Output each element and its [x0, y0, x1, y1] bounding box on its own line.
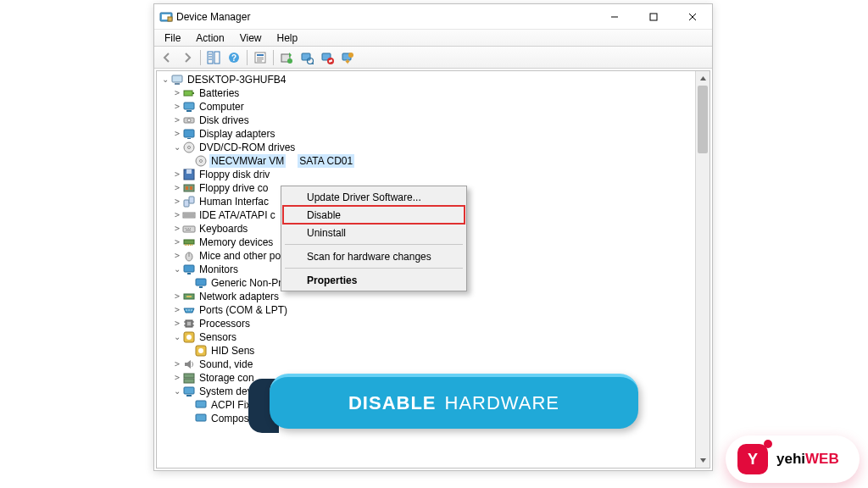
menu-help[interactable]: Help — [270, 31, 305, 45]
svg-point-84 — [186, 335, 192, 340]
svg-rect-47 — [186, 186, 188, 190]
svg-rect-88 — [184, 379, 194, 383]
minimize-button[interactable] — [595, 4, 634, 29]
update-driver-button[interactable] — [277, 48, 296, 67]
cpu-icon — [182, 317, 196, 330]
scroll-thumb[interactable] — [698, 86, 708, 153]
sensor-icon — [194, 344, 208, 358]
expand-icon[interactable] — [172, 127, 182, 141]
expand-icon[interactable] — [172, 86, 182, 100]
tree-label: Storage con — [198, 371, 256, 385]
expand-icon[interactable] — [172, 208, 182, 222]
close-button[interactable] — [673, 4, 712, 29]
tree-label: NECVMWar VM — [209, 154, 286, 168]
context-menu: Update Driver Software... Disable Uninst… — [281, 186, 467, 291]
ctx-uninstall[interactable]: Uninstall — [283, 224, 465, 241]
tree-item-network[interactable]: Network adapters — [160, 290, 693, 303]
svg-point-76 — [191, 309, 192, 310]
brand-text: yehiWEB — [776, 451, 839, 468]
svg-rect-69 — [187, 273, 191, 274]
banner-text: HARDWARE — [445, 392, 560, 414]
expand-icon[interactable] — [172, 330, 182, 344]
svg-point-41 — [188, 147, 191, 149]
svg-line-6 — [689, 14, 696, 20]
ctx-disable[interactable]: Disable — [283, 206, 465, 224]
svg-point-75 — [188, 309, 189, 310]
ctx-scan-hardware[interactable]: Scan for hardware changes — [283, 247, 465, 265]
ctx-separator — [285, 244, 463, 245]
svg-rect-54 — [183, 226, 195, 232]
expand-icon[interactable] — [172, 222, 182, 236]
svg-rect-78 — [187, 322, 191, 325]
toolbar-separator — [247, 50, 248, 65]
ctx-update-driver[interactable]: Update Driver Software... — [283, 188, 465, 206]
expand-icon[interactable] — [172, 317, 182, 330]
tree-item-processors[interactable]: Processors — [160, 317, 693, 330]
tree-item-floppy-drives[interactable]: Floppy disk driv — [160, 168, 693, 181]
svg-rect-87 — [184, 374, 194, 378]
expand-icon[interactable] — [172, 263, 182, 276]
tree-item-sensors[interactable]: Sensors — [160, 330, 693, 344]
expand-icon[interactable] — [172, 236, 182, 249]
tree-label: Network adapters — [198, 290, 281, 303]
expand-icon[interactable] — [172, 358, 182, 371]
expand-icon[interactable] — [172, 249, 182, 263]
expand-icon[interactable] — [172, 195, 182, 208]
expand-icon[interactable] — [172, 371, 182, 385]
ctx-properties[interactable]: Properties — [283, 271, 465, 289]
tree-root[interactable]: DESKTOP-3GHUFB4 — [160, 73, 693, 86]
svg-rect-48 — [190, 186, 192, 190]
menu-action[interactable]: Action — [189, 31, 231, 45]
expand-icon[interactable] — [172, 181, 182, 195]
properties-button[interactable] — [251, 48, 270, 67]
tree-label: DVD/CD-ROM drives — [198, 141, 297, 154]
tree-item-display-adapters[interactable]: Display adapters — [160, 127, 693, 141]
svg-rect-45 — [186, 169, 192, 174]
help-button[interactable]: ? — [225, 48, 243, 67]
svg-rect-89 — [184, 387, 194, 394]
tree-item-computer[interactable]: Computer — [160, 100, 693, 114]
expand-icon[interactable] — [172, 141, 182, 154]
svg-rect-21 — [302, 53, 310, 60]
vertical-scrollbar[interactable] — [695, 71, 709, 468]
computer-icon — [182, 100, 196, 114]
disable-device-button[interactable] — [338, 48, 357, 67]
system-icon — [194, 412, 208, 425]
menu-view[interactable]: View — [233, 31, 269, 45]
scroll-track[interactable] — [696, 86, 709, 453]
tree-item-disk-drives[interactable]: Disk drives — [160, 114, 693, 127]
expand-icon[interactable] — [172, 100, 182, 114]
svg-rect-49 — [184, 200, 189, 207]
menu-file[interactable]: File — [158, 31, 187, 45]
expand-icon[interactable] — [172, 290, 182, 303]
expand-icon[interactable] — [172, 114, 182, 127]
scan-hardware-button[interactable] — [298, 48, 316, 67]
maximize-button[interactable] — [634, 4, 673, 29]
svg-rect-34 — [184, 103, 194, 109]
svg-rect-57 — [188, 228, 189, 229]
window-title: Device Manager — [173, 11, 595, 23]
svg-rect-71 — [199, 286, 203, 288]
tree-item-sensors-child[interactable]: HID Sens — [160, 344, 693, 358]
brand-text-red: WEB — [805, 451, 839, 467]
expand-icon[interactable] — [172, 303, 182, 317]
scroll-up-icon[interactable] — [696, 71, 709, 86]
svg-point-86 — [198, 348, 203, 353]
ctx-separator — [285, 268, 463, 269]
expand-icon[interactable] — [160, 73, 170, 86]
tree-item-ports[interactable]: Ports (COM & LPT) — [160, 303, 693, 317]
tree-item-dvd[interactable]: DVD/CD-ROM drives — [160, 141, 693, 154]
expand-icon[interactable] — [172, 385, 182, 398]
scroll-down-icon[interactable] — [696, 453, 709, 468]
tree-item-dvd-child[interactable]: NECVMWar VMSATA CD01 — [160, 154, 693, 168]
tree-item-sound[interactable]: Sound, vide — [160, 358, 693, 371]
brand-text-black: yehi — [776, 451, 805, 467]
svg-rect-60 — [184, 240, 194, 244]
expand-icon[interactable] — [172, 168, 182, 181]
tree-label: System dev — [198, 385, 254, 398]
uninstall-button[interactable] — [318, 48, 337, 67]
show-hide-tree-button[interactable] — [204, 48, 223, 67]
banner-bold: DISABLE — [348, 392, 437, 414]
tree-label: Floppy disk driv — [198, 168, 271, 181]
tree-item-batteries[interactable]: Batteries — [160, 86, 693, 100]
